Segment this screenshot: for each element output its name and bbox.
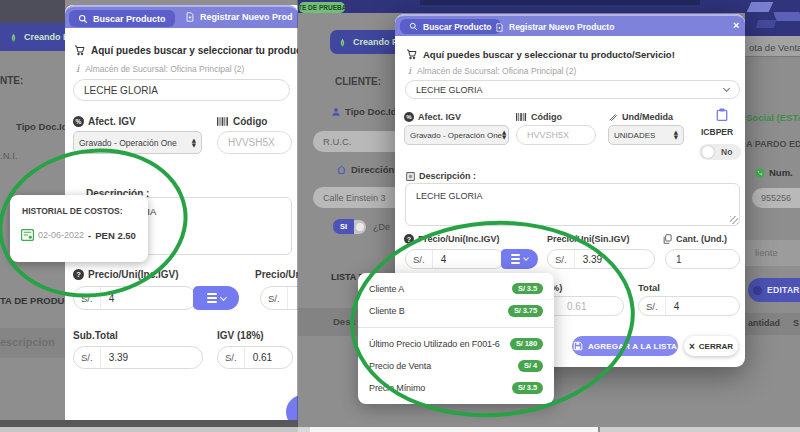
- page-plus-icon: [185, 12, 195, 22]
- resize-handle[interactable]: [730, 216, 738, 224]
- si-toggle[interactable]: SI: [333, 219, 366, 234]
- right-modal-tabbar: Buscar Producto Registrar Nuevo Producto…: [395, 14, 745, 36]
- close-icon[interactable]: ×: [733, 19, 739, 31]
- screen: NTE DE PRUEBAS Creando Bo NTE: Tipo Doc.…: [0, 0, 800, 432]
- descripcion-label: Descripción :: [419, 171, 476, 181]
- leaf-icon: [8, 32, 19, 43]
- bg-tipo-doc-label-mid: Tipo Doc.Ide: [345, 106, 402, 117]
- tab-buscar-producto[interactable]: Buscar Producto: [69, 10, 175, 27]
- info-icon: i: [408, 65, 411, 76]
- hamburger-icon: [207, 293, 217, 302]
- left-modal-tabbar: Buscar Producto Registrar Nuevo Prod: [65, 5, 298, 28]
- screenshot-seam: [297, 0, 298, 432]
- barcode-icon: [217, 117, 229, 126]
- bg-bottom-light-band-c: [600, 427, 800, 432]
- currency-prefix: S/.: [261, 287, 288, 309]
- illustration-shape: [756, 20, 776, 28]
- cerrar-label: CERRAR: [699, 342, 733, 351]
- tab-registrar-producto[interactable]: Registrar Nuevo Producto: [495, 22, 614, 32]
- creando-factura-button[interactable]: Creando Fa: [330, 30, 395, 54]
- bg-cantidad-column: antidad: [748, 318, 780, 328]
- product-select[interactable]: LECHE GLORIA: [405, 80, 740, 99]
- tab-registrar-label: Registrar Nuevo Producto: [509, 22, 614, 32]
- codigo-label-row: Código: [516, 112, 562, 122]
- cart-icon: [406, 48, 418, 60]
- bg-cliente-column: liente: [755, 247, 778, 258]
- descripcion-textarea[interactable]: LECHE GLORIA: [405, 183, 740, 226]
- afect-igv-label: Afect. IGV: [418, 112, 461, 122]
- total-label: Total: [638, 282, 660, 293]
- subtotal-label: Sub.Total: [73, 330, 118, 341]
- bg-direccion-label: Dirección:: [351, 164, 397, 175]
- bg-bottom-light-band-a: [298, 427, 310, 432]
- nota-de-venta-tab[interactable]: ota de Venta: [749, 42, 800, 53]
- ruc-field[interactable]: R.U.C.: [313, 131, 395, 152]
- editar-label: EDITAR: [767, 285, 800, 295]
- creando-boleta-button[interactable]: Creando Bo: [0, 23, 65, 51]
- und-medida-label: Und/Medida: [622, 112, 673, 122]
- right-modal-subheading-row: i Almacén de Sucursal: Oficina Principal…: [408, 65, 576, 76]
- bg-bottom-dark-band: [0, 420, 298, 427]
- person-icon: [331, 107, 341, 117]
- total-group: S/. 4: [638, 296, 740, 316]
- telefono-field[interactable]: 955256: [752, 188, 800, 208]
- direccion-field[interactable]: Calle Einstein 3: [313, 187, 395, 208]
- editar-icon: [753, 286, 762, 295]
- precio-sin-group-cut[interactable]: S/.: [260, 286, 298, 310]
- codigo-label-row: Código: [217, 116, 267, 127]
- currency-prefix: S/.: [218, 347, 245, 368]
- currency-prefix: S/.: [74, 347, 101, 368]
- bg-bottom-light-band-b: [310, 427, 598, 432]
- left-modal-heading-row: Aquí puedes buscar y seleccionar tu prod…: [74, 44, 298, 56]
- price-menu-button[interactable]: [193, 286, 239, 310]
- cant-input[interactable]: 1: [665, 249, 740, 269]
- icbper-toggle-value: No: [721, 147, 732, 157]
- illustration-shape: [747, 2, 774, 12]
- icbper-label: ICBPER: [701, 127, 733, 137]
- bg-tipo-doc-row: Tipo Doc.Ide: [331, 106, 402, 117]
- codigo-value: HVVSH5X: [527, 130, 569, 140]
- creando-boleta-label: Creando Bo: [24, 32, 65, 42]
- und-medida-label-row: Und/Medida: [608, 112, 673, 122]
- und-medida-select[interactable]: UNIDADES ▲▼: [608, 125, 684, 145]
- subtotal-value: 3.39: [101, 352, 136, 363]
- env-badge-label: NTE DE PRUEBAS: [299, 4, 345, 11]
- icbper-toggle[interactable]: No: [699, 144, 741, 160]
- x-icon: ×: [689, 341, 695, 352]
- total-value: 4: [666, 301, 688, 312]
- descripcion-label-row: Descripción :: [406, 171, 476, 181]
- bg-bottom-light-band-left: [0, 427, 298, 432]
- chevron-down-icon: [723, 85, 730, 92]
- codigo-label: Código: [531, 112, 562, 122]
- copy-icon: [663, 234, 672, 244]
- tab-registrar-producto[interactable]: Registrar Nuevo Prod: [185, 12, 293, 22]
- subtotal-group: S/. 3.39: [73, 346, 203, 369]
- afect-igv-label: Afect. IGV: [88, 116, 136, 127]
- product-search-input[interactable]: LECHE GLORIA: [73, 79, 290, 101]
- cant-value: 1: [676, 254, 682, 265]
- afect-igv-select[interactable]: Gravado - Operación One ▲▼: [404, 125, 509, 145]
- right-modal-heading-row: Aquí puedes buscar y seleccionar tu prod…: [406, 48, 675, 60]
- header-illustration: [745, 0, 800, 36]
- cant-label-row: Cant. (Und.): [663, 234, 727, 244]
- tab-buscar-producto[interactable]: Buscar Producto: [400, 19, 501, 34]
- bg-left-topbar: [0, 0, 65, 23]
- bg-nombre-value: A PARDO EDU: [746, 139, 800, 149]
- editar-button[interactable]: EDITAR: [748, 278, 800, 302]
- cerrar-button[interactable]: × CERRAR: [684, 336, 738, 356]
- tab-buscar-label: Buscar Producto: [423, 22, 492, 32]
- select-arrows-icon: ▲▼: [674, 130, 678, 139]
- page-plus-icon: [495, 23, 504, 32]
- illustration-shape: [773, 12, 800, 21]
- percent-circle-icon: %: [73, 116, 84, 127]
- bg-razon-social-label: Social (ESTA: [746, 112, 800, 123]
- afect-igv-value: Gravado - Operación One: [410, 131, 502, 140]
- igv-group: S/. 0.61: [217, 346, 293, 369]
- codigo-input[interactable]: HVVSH5X: [516, 125, 596, 145]
- whatsapp-icon: [755, 168, 765, 178]
- leaf-icon: [337, 37, 348, 48]
- bg-dni-value: .N.I.: [0, 150, 17, 161]
- codigo-input[interactable]: HVVSH5X: [217, 131, 292, 154]
- codigo-value: HVVSH5X: [228, 137, 275, 148]
- igv-label: IGV (18%): [217, 330, 264, 341]
